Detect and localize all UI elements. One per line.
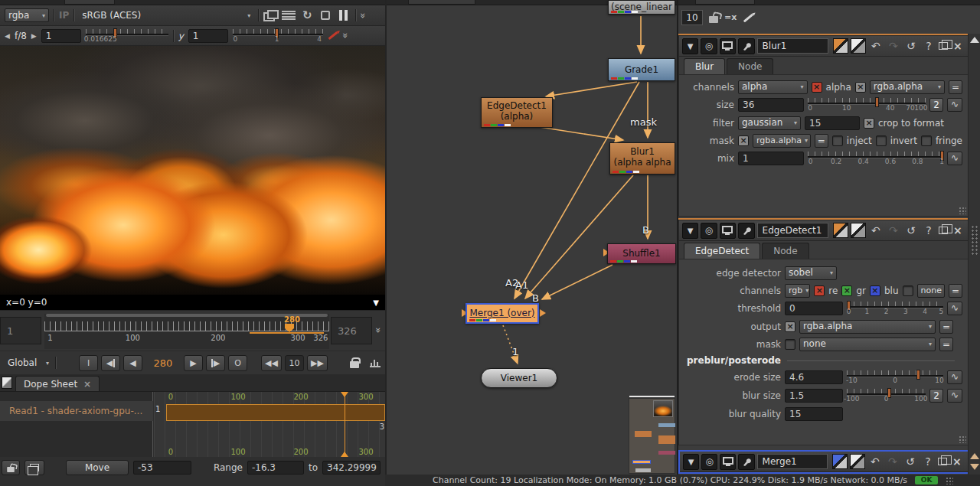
center-node-icon[interactable] — [701, 223, 717, 239]
scroll-up-icon[interactable] — [970, 453, 979, 459]
display-windows-icon[interactable] — [263, 10, 277, 21]
monitor-icon[interactable] — [720, 38, 736, 54]
redo-icon[interactable] — [886, 224, 901, 236]
channel-none-checkbox[interactable] — [903, 285, 913, 296]
monitor-icon[interactable] — [720, 223, 736, 239]
equals-button[interactable]: = — [815, 134, 828, 148]
inject-checkbox[interactable] — [832, 135, 843, 146]
node-grade1[interactable]: Grade1 — [608, 58, 675, 81]
equals-button[interactable]: = — [949, 284, 962, 298]
float-window-icon[interactable] — [939, 42, 948, 50]
node-name-field[interactable]: EdgeDetect1 — [757, 223, 828, 238]
step-forward-button[interactable] — [206, 355, 225, 371]
pause-render-icon[interactable] — [337, 10, 351, 21]
node-viewer1[interactable]: Viewer1 — [481, 368, 557, 388]
timeline-overflow-icon[interactable] — [376, 325, 382, 336]
scanline-mode-icon[interactable] — [282, 10, 296, 21]
edge-detector-dropdown[interactable]: sobel — [785, 266, 837, 280]
animation-curve-button[interactable]: ∿ — [947, 370, 962, 384]
undo-icon[interactable] — [867, 455, 883, 468]
undo-icon[interactable] — [868, 40, 884, 52]
size-slider[interactable]: 0 10 40 70 100 — [808, 97, 926, 113]
blur-quality-field[interactable]: 15 — [785, 407, 843, 421]
revert-icon[interactable] — [903, 224, 919, 236]
mask-dropdown[interactable]: none — [799, 338, 936, 351]
dope-playhead[interactable] — [345, 392, 345, 457]
animation-curve-button[interactable]: ∿ — [947, 389, 962, 403]
viewer-tab[interactable]: Viewer1 — [64, 0, 115, 5]
timeline-ruler[interactable]: 1 100 200 300 326 280 — [44, 314, 329, 349]
mix-slider[interactable]: 0 0.2 0.4 0.6 0.8 1 — [808, 151, 943, 166]
animation-curve-button[interactable]: ∿ — [947, 98, 962, 112]
input-process-button[interactable]: IP — [59, 10, 69, 21]
lock-panels-icon[interactable] — [709, 16, 718, 23]
equals-button[interactable]: = — [939, 320, 953, 334]
timeline-range-start-field[interactable]: 1 — [0, 317, 41, 344]
node-shuffle1[interactable]: Shuffle1 — [607, 243, 676, 264]
channel-alpha-checkbox[interactable]: × — [812, 82, 822, 93]
pane-split-icon[interactable] — [2, 377, 12, 389]
viewer-colorspace-dropdown[interactable]: sRGB (ACES) — [79, 8, 253, 22]
edit-icon[interactable] — [743, 13, 753, 22]
revert-icon[interactable] — [903, 40, 919, 52]
timeline-playhead[interactable]: 280 — [284, 315, 295, 332]
blur-size-dimensions-button[interactable]: 2 — [929, 389, 943, 403]
move-value-field[interactable]: -53 — [133, 461, 191, 475]
scroll-down-icon[interactable] — [970, 464, 979, 470]
panel-resize-grip[interactable] — [959, 207, 966, 214]
node-color-swatch[interactable] — [833, 38, 848, 54]
channel-green-checkbox[interactable]: × — [841, 285, 852, 296]
output-checkbox[interactable]: × — [785, 321, 795, 332]
node-merge1-selected[interactable]: Merge1 (over) — [466, 303, 539, 324]
revert-icon[interactable] — [903, 455, 918, 468]
gl-color-swatch[interactable] — [851, 223, 866, 238]
channel-blue-checkbox[interactable]: × — [870, 285, 880, 296]
node-color-swatch[interactable] — [833, 223, 848, 238]
collapse-panel-button[interactable] — [682, 223, 698, 239]
mask-checkbox[interactable]: × — [738, 135, 749, 146]
dope-sheet-tab[interactable]: Dope Sheet — [15, 376, 100, 391]
set-in-point-button[interactable]: I — [79, 355, 98, 371]
clear-panels-icon[interactable]: =x — [724, 13, 737, 22]
viewer-image-fire-explosion[interactable] — [0, 46, 385, 295]
animation-curve-button[interactable]: ∿ — [947, 152, 962, 165]
filter-dropdown[interactable]: gaussian — [738, 116, 801, 130]
node-graph-minimap[interactable] — [629, 398, 675, 474]
move-button[interactable]: Move — [66, 460, 129, 475]
dope-track-read1[interactable]: Read1 - shader-axiom-gpu-... — [0, 401, 153, 421]
range-to-field[interactable]: 342.29999 — [322, 461, 381, 475]
tab-edgedetect[interactable]: EdgeDetect — [684, 243, 760, 259]
tab-blur[interactable]: Blur — [684, 58, 725, 74]
equals-button[interactable]: = — [949, 80, 962, 94]
wrench-icon[interactable] — [738, 38, 754, 54]
duplicate-keys-button[interactable] — [24, 460, 44, 475]
size-slider-handle[interactable] — [875, 97, 879, 107]
set-out-point-button[interactable]: O — [228, 355, 247, 371]
node-read1[interactable]: (scene_linear — [608, 0, 675, 15]
gamma-field[interactable]: 1 — [188, 29, 228, 43]
jump-forward-button[interactable] — [307, 355, 328, 371]
lock-button[interactable] — [2, 460, 20, 475]
erode-size-field[interactable]: 4.6 — [785, 370, 843, 384]
filter-quality-field[interactable]: 15 — [805, 116, 860, 130]
fringe-checkbox[interactable] — [921, 135, 932, 146]
mask-checkbox[interactable] — [785, 339, 795, 350]
lock-range-icon[interactable] — [350, 361, 359, 368]
toolbar-overflow-icon[interactable] — [361, 10, 367, 21]
properties-scrollbar[interactable] — [968, 34, 980, 475]
node-name-field[interactable]: Blur1 — [757, 38, 828, 54]
node-blur1[interactable]: Blur1 (alpha alpha — [609, 142, 675, 175]
roi-pen-icon[interactable] — [328, 31, 338, 40]
node-name-field[interactable]: Merge1 — [757, 454, 828, 469]
dope-sheet-grid[interactable]: 0 100 200 300 0 100 200 300 3 — [154, 392, 385, 457]
frame-range-mode-dropdown[interactable]: Global — [5, 356, 52, 370]
histogram-icon[interactable] — [370, 358, 381, 367]
tab-node[interactable]: Node — [727, 58, 773, 74]
gain-prev-icon[interactable] — [5, 32, 10, 40]
channel-red-checkbox[interactable]: × — [814, 285, 825, 296]
none-dropdown[interactable]: none — [917, 284, 945, 298]
properties-tab[interactable]: Properties — [695, 0, 755, 5]
max-panels-field[interactable]: 10 — [681, 10, 703, 25]
viewer-channels-dropdown[interactable]: rgba — [5, 8, 49, 22]
timeline-range-end-field[interactable]: 326 — [331, 317, 372, 344]
